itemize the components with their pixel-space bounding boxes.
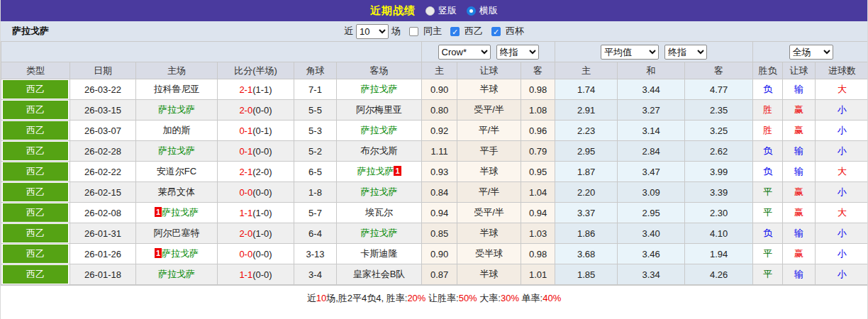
team-name[interactable]: 加的斯 bbox=[163, 125, 191, 135]
away-team-cell[interactable]: 萨拉戈萨1 bbox=[337, 162, 422, 182]
away-team-cell[interactable]: 萨拉戈萨 bbox=[337, 182, 422, 203]
euro-draw-odds-cell: 3.27 bbox=[618, 100, 685, 121]
asian-home-odds-cell: 0.93 bbox=[422, 162, 457, 182]
radio-horizontal-label[interactable]: 横版 bbox=[479, 4, 498, 17]
company-select[interactable]: Crow* bbox=[438, 45, 491, 60]
layout-radio-vertical[interactable]: 竖版 bbox=[425, 4, 457, 17]
home-team-cell[interactable]: 拉科鲁尼亚 bbox=[136, 79, 218, 100]
col-header-result: 胜负 bbox=[753, 62, 783, 79]
away-team-cell[interactable]: 卡斯迪隆 bbox=[337, 244, 422, 264]
team-name[interactable]: 萨拉戈萨 bbox=[361, 125, 398, 135]
euro-home-odds-cell: 2.95 bbox=[555, 141, 618, 162]
same-home-label[interactable]: 同主 bbox=[423, 25, 442, 38]
goals-result-cell: 小 bbox=[816, 264, 868, 285]
euro-index-select[interactable]: 终指 bbox=[664, 45, 707, 60]
halftime-score: (0-1) bbox=[252, 125, 272, 136]
scope-filter-cell: 全场 bbox=[753, 42, 868, 62]
matches-label: 场 bbox=[391, 25, 401, 38]
handicap-result-cell: 赢 bbox=[783, 100, 816, 121]
handicap-result-cell: 输 bbox=[783, 79, 816, 100]
result-cell: 平 bbox=[753, 264, 783, 285]
match-count-select[interactable]: 10 bbox=[356, 24, 389, 39]
away-team-cell[interactable]: 皇家社会B队 bbox=[337, 264, 422, 285]
cup-filter-label[interactable]: 西杯 bbox=[506, 25, 524, 38]
away-team-cell[interactable]: 布尔戈斯 bbox=[337, 141, 422, 162]
fulltime-score: 2-0 bbox=[239, 105, 252, 116]
team-name[interactable]: 萨拉戈萨 bbox=[357, 166, 394, 177]
team-name[interactable]: 萨拉戈萨 bbox=[162, 207, 199, 218]
asian-away-odds-cell: 0.94 bbox=[521, 203, 555, 223]
away-team-cell[interactable]: 埃瓦尔 bbox=[337, 203, 422, 223]
team-name[interactable]: 拉科鲁尼亚 bbox=[154, 84, 200, 94]
home-team-cell[interactable]: 萨拉戈萨 bbox=[136, 141, 218, 162]
average-select[interactable]: 平均值 bbox=[601, 45, 659, 60]
filter-row: Crow* 终指 平均值 终指 全场 bbox=[1, 42, 868, 62]
halftime-score: (1-1) bbox=[252, 84, 272, 95]
handicap-line-cell: 平手 bbox=[457, 141, 521, 162]
asian-away-odds-cell: 0.98 bbox=[521, 79, 555, 100]
home-team-cell[interactable]: 萨拉戈萨 bbox=[136, 264, 218, 285]
summary-segment: 20% bbox=[407, 293, 425, 303]
euro-home-odds-cell: 1.86 bbox=[555, 223, 618, 244]
home-team-cell[interactable]: 加的斯 bbox=[136, 121, 218, 141]
control-bar: 萨拉戈萨 近 10 场 同主 ✓ 西乙 ✓ 西杯 bbox=[1, 21, 867, 41]
radio-selected-icon[interactable] bbox=[467, 6, 476, 16]
radio-vertical-label[interactable]: 竖版 bbox=[438, 4, 457, 17]
team-name[interactable]: 卡斯迪隆 bbox=[361, 248, 398, 259]
team-name[interactable]: 萨拉戈萨 bbox=[158, 104, 195, 115]
goals-result-cell: 大 bbox=[816, 162, 868, 182]
euro-home-odds-cell: 3.37 bbox=[555, 203, 618, 223]
team-name[interactable]: 萨拉戈萨 bbox=[162, 248, 199, 259]
handicap-result-cell: 赢 bbox=[783, 203, 816, 223]
team-name[interactable]: 安道尔FC bbox=[157, 166, 196, 177]
away-team-cell[interactable]: 萨拉戈萨 bbox=[337, 121, 422, 141]
corner-cell: 5-3 bbox=[294, 121, 337, 141]
radio-unselected-icon[interactable] bbox=[425, 6, 435, 16]
asian-index-select[interactable]: 终指 bbox=[496, 45, 539, 60]
same-home-checkbox[interactable] bbox=[409, 27, 418, 36]
away-team-cell[interactable]: 萨拉戈萨 bbox=[337, 79, 422, 100]
score-cell: 2-0(0-0) bbox=[218, 100, 294, 121]
home-team-cell[interactable]: 1萨拉戈萨 bbox=[136, 203, 218, 223]
home-team-cell[interactable]: 安道尔FC bbox=[136, 162, 218, 182]
league-filter-label[interactable]: 西乙 bbox=[464, 25, 483, 38]
cup-filter-checkbox[interactable]: ✓ bbox=[491, 27, 501, 36]
team-name[interactable]: 萨拉戈萨 bbox=[361, 228, 398, 238]
match-row: 西乙 26-02-22 安道尔FC 2-1(2-0) 6-5 萨拉戈萨1 0.9… bbox=[1, 162, 868, 182]
home-team-cell[interactable]: 1萨拉戈萨 bbox=[136, 244, 218, 264]
team-name[interactable]: 萨拉戈萨 bbox=[361, 186, 398, 197]
league-cell: 西乙 bbox=[1, 182, 70, 203]
halftime-score: (0-0) bbox=[252, 105, 272, 116]
euro-home-odds-cell: 1.85 bbox=[555, 264, 618, 285]
home-team-cell[interactable]: 萨拉戈萨 bbox=[136, 100, 218, 121]
league-badge: 西乙 bbox=[3, 265, 68, 284]
euro-draw-odds-cell: 3.09 bbox=[618, 182, 685, 203]
away-team-cell[interactable]: 阿尔梅里亚 bbox=[337, 100, 422, 121]
team-name[interactable]: 皇家社会B队 bbox=[353, 269, 406, 279]
result-cell: 负 bbox=[753, 141, 783, 162]
euro-away-odds-cell: 1.94 bbox=[685, 244, 753, 264]
away-team-cell[interactable]: 萨拉戈萨 bbox=[337, 223, 422, 244]
team-name[interactable]: 萨拉戈萨 bbox=[158, 269, 195, 279]
league-filter-checkbox[interactable]: ✓ bbox=[450, 27, 460, 36]
euro-home-odds-cell: 1.87 bbox=[555, 162, 618, 182]
team-name[interactable]: 萨拉戈萨 bbox=[158, 145, 195, 156]
corner-cell: 5-7 bbox=[294, 203, 337, 223]
team-name[interactable]: 阿尔巴塞特 bbox=[154, 228, 200, 238]
scope-select[interactable]: 全场 bbox=[789, 45, 833, 60]
team-name[interactable]: 萨拉戈萨 bbox=[361, 84, 398, 94]
match-row: 西乙 26-02-15 莱昂文体 0-0(0-0) 1-8 萨拉戈萨 0.84 … bbox=[1, 182, 868, 203]
home-team-cell[interactable]: 阿尔巴塞特 bbox=[136, 223, 218, 244]
title-bar: 近期战绩 竖版 横版 bbox=[1, 0, 867, 21]
team-name[interactable]: 莱昂文体 bbox=[158, 186, 195, 197]
corner-cell: 7-1 bbox=[294, 79, 337, 100]
team-name[interactable]: 埃瓦尔 bbox=[365, 207, 393, 218]
team-name[interactable]: 阿尔梅里亚 bbox=[356, 104, 402, 115]
layout-radio-horizontal[interactable]: 横版 bbox=[467, 4, 498, 17]
euro-away-odds-cell: 2.30 bbox=[685, 203, 753, 223]
team-name[interactable]: 布尔戈斯 bbox=[361, 145, 398, 156]
fulltime-score: 0-0 bbox=[239, 249, 252, 259]
fulltime-score: 0-1 bbox=[239, 125, 252, 136]
corner-cell: 3-13 bbox=[294, 244, 337, 264]
home-team-cell[interactable]: 莱昂文体 bbox=[136, 182, 218, 203]
